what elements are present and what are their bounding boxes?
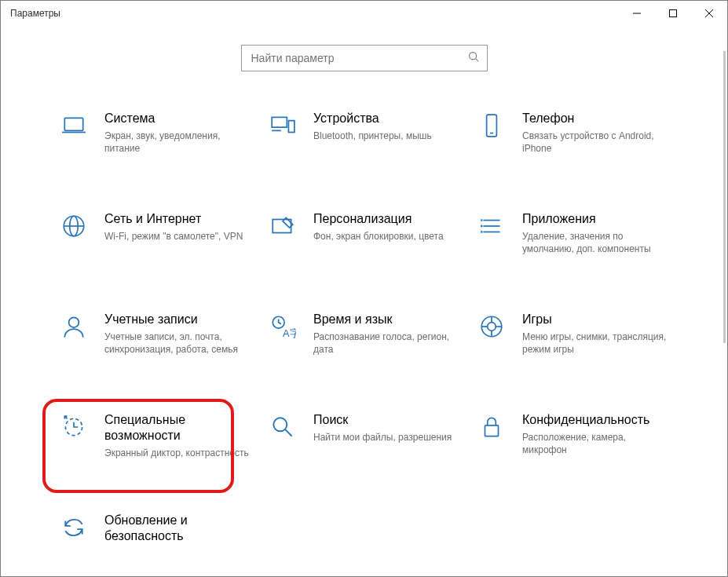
apps-icon bbox=[478, 213, 505, 243]
category-desc: Экран, звук, уведомления, питание bbox=[104, 130, 252, 155]
category-title: Телефон bbox=[522, 111, 670, 126]
category-devices[interactable]: Устройства Bluetooth, принтеры, мышь bbox=[269, 111, 478, 211]
category-search[interactable]: Поиск Найти мои файлы, разрешения bbox=[269, 412, 478, 513]
svg-rect-6 bbox=[64, 118, 82, 130]
category-desc: Bluetooth, принтеры, мышь bbox=[313, 130, 461, 142]
category-title: Специальные возможности bbox=[104, 412, 252, 444]
category-desc: Экранный диктор, контрастность bbox=[104, 447, 252, 459]
ease-of-access-icon bbox=[60, 414, 87, 444]
category-desc: Удаление, значения по умолчанию, доп. ко… bbox=[522, 230, 670, 255]
svg-point-4 bbox=[469, 53, 476, 60]
search-input[interactable] bbox=[250, 51, 462, 65]
close-button[interactable] bbox=[691, 1, 727, 26]
gaming-icon bbox=[478, 313, 505, 343]
scrollbar[interactable] bbox=[723, 51, 726, 343]
category-title: Обновление и безопасность bbox=[104, 513, 252, 544]
laptop-icon bbox=[60, 112, 87, 142]
update-icon bbox=[60, 514, 87, 544]
category-privacy[interactable]: Конфиденциальность Расположение, камера,… bbox=[478, 412, 687, 513]
window-title: Параметры bbox=[10, 8, 60, 19]
search-icon bbox=[468, 51, 479, 65]
category-desc: Учетные записи, эл. почта, синхронизация… bbox=[104, 330, 252, 356]
svg-point-23 bbox=[69, 317, 79, 327]
svg-point-33 bbox=[273, 418, 287, 431]
svg-line-34 bbox=[285, 429, 292, 436]
category-title: Игры bbox=[522, 312, 670, 327]
svg-point-20 bbox=[481, 220, 482, 221]
category-title: Персонализация bbox=[313, 211, 461, 227]
svg-rect-9 bbox=[288, 121, 294, 133]
category-system[interactable]: Система Экран, звук, уведомления, питани… bbox=[60, 111, 269, 211]
search-box[interactable] bbox=[241, 45, 488, 71]
maximize-button[interactable] bbox=[655, 1, 691, 26]
category-desc: Найти мои файлы, разрешения bbox=[313, 431, 461, 444]
phone-icon bbox=[478, 112, 505, 142]
category-phone[interactable]: Телефон Связать устройство с Android, iP… bbox=[478, 111, 687, 211]
svg-rect-1 bbox=[670, 10, 677, 17]
category-ease-of-access[interactable]: Специальные возможности Экранный диктор,… bbox=[60, 412, 269, 513]
category-title: Устройства bbox=[313, 111, 461, 126]
svg-line-5 bbox=[475, 59, 478, 62]
search-category-icon bbox=[269, 414, 296, 444]
category-desc: Распознавание голоса, регион, дата bbox=[313, 330, 461, 356]
category-title: Приложения bbox=[522, 211, 670, 227]
personalization-icon bbox=[269, 213, 296, 243]
category-desc: Wi-Fi, режим "в самолете", VPN bbox=[104, 230, 252, 243]
category-update[interactable]: Обновление и безопасность bbox=[60, 513, 269, 560]
category-title: Время и язык bbox=[313, 312, 461, 327]
category-personalization[interactable]: Персонализация Фон, экран блокировки, цв… bbox=[269, 211, 478, 312]
category-apps[interactable]: Приложения Удаление, значения по умолчан… bbox=[478, 211, 687, 312]
category-accounts[interactable]: Учетные записи Учетные записи, эл. почта… bbox=[60, 312, 269, 412]
category-network[interactable]: Сеть и Интернет Wi-Fi, режим "в самолете… bbox=[60, 211, 269, 312]
category-desc: Связать устройство с Android, iPhone bbox=[522, 130, 670, 155]
settings-grid: Система Экран, звук, уведомления, питани… bbox=[60, 111, 689, 560]
category-desc: Меню игры, снимки, трансляция, режим игр… bbox=[522, 330, 670, 356]
minimize-button[interactable] bbox=[619, 1, 655, 26]
globe-icon bbox=[60, 213, 87, 243]
svg-point-22 bbox=[481, 232, 482, 232]
title-bar: Параметры bbox=[1, 1, 727, 26]
svg-text:A字: A字 bbox=[283, 327, 296, 339]
svg-rect-8 bbox=[272, 117, 287, 127]
lock-icon bbox=[478, 414, 505, 444]
time-language-icon: A字 bbox=[269, 313, 296, 343]
category-gaming[interactable]: Игры Меню игры, снимки, трансляция, режи… bbox=[478, 312, 687, 412]
category-title: Конфиденциальность bbox=[522, 412, 670, 428]
svg-point-27 bbox=[488, 323, 496, 331]
category-title: Учетные записи bbox=[104, 312, 252, 327]
devices-icon bbox=[269, 112, 296, 142]
svg-point-21 bbox=[481, 225, 482, 226]
svg-rect-35 bbox=[485, 425, 499, 436]
category-timelang[interactable]: A字 Время и язык Распознавание голоса, ре… bbox=[269, 312, 478, 412]
category-title: Система bbox=[104, 111, 252, 126]
category-desc: Фон, экран блокировки, цвета bbox=[313, 230, 461, 243]
person-icon bbox=[60, 313, 87, 343]
category-title: Сеть и Интернет bbox=[104, 211, 252, 227]
category-desc: Расположение, камера, микрофон bbox=[522, 431, 670, 456]
category-title: Поиск bbox=[313, 412, 461, 428]
